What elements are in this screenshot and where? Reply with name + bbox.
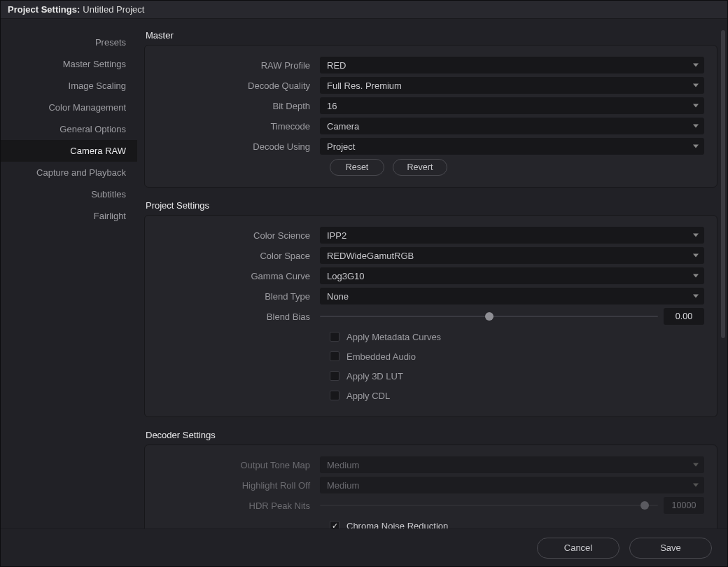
titlebar-title: Project Settings: xyxy=(8,4,80,15)
sidebar: PresetsMaster SettingsImage ScalingColor… xyxy=(1,19,137,528)
titlebar: Project Settings: Untitled Project xyxy=(1,1,727,19)
checkbox-metadata-curves[interactable] xyxy=(330,332,340,342)
sidebar-item-master-settings[interactable]: Master Settings xyxy=(1,53,137,75)
row-hdr-peak-nits: HDR Peak Nits 10000 xyxy=(158,496,704,515)
select-output-tone-map: Medium xyxy=(320,456,704,473)
sidebar-item-general-options[interactable]: General Options xyxy=(1,118,137,140)
select-highlight-roll-off: Medium xyxy=(320,477,704,493)
label-raw-profile: RAW Profile xyxy=(158,60,320,71)
chevron-down-icon xyxy=(693,145,699,148)
sidebar-item-label: Master Settings xyxy=(63,59,126,69)
checkbox-apply-3d-lut[interactable] xyxy=(330,371,340,381)
sidebar-item-label: Camera RAW xyxy=(70,146,126,156)
revert-button[interactable]: Revert xyxy=(393,159,447,176)
row-color-space: Color Space REDWideGamutRGB xyxy=(158,246,704,265)
label-hdr-peak-nits: HDR Peak Nits xyxy=(158,500,320,511)
sidebar-item-label: Capture and Playback xyxy=(36,167,126,178)
sidebar-item-presets[interactable]: Presets xyxy=(1,31,137,53)
sidebar-item-label: Presets xyxy=(95,37,126,48)
chevron-down-icon xyxy=(693,125,699,128)
label-apply-3d-lut: Apply 3D LUT xyxy=(346,371,403,382)
save-button[interactable]: Save xyxy=(629,538,712,559)
row-chroma-nr: Chroma Noise Reduction xyxy=(158,516,704,528)
slider-blend-bias[interactable] xyxy=(320,308,658,325)
select-raw-profile[interactable]: RED xyxy=(320,57,704,74)
chevron-down-icon xyxy=(693,234,699,237)
row-timecode: Timecode Camera xyxy=(158,116,704,136)
label-highlight-roll-off: Highlight Roll Off xyxy=(158,480,320,491)
select-blend-type[interactable]: None xyxy=(320,288,704,304)
chevron-down-icon xyxy=(693,84,699,88)
row-apply-3d-lut: Apply 3D LUT xyxy=(158,366,704,386)
footer: Cancel Save xyxy=(1,528,727,566)
label-bit-depth: Bit Depth xyxy=(158,101,320,111)
chevron-down-icon xyxy=(693,104,699,108)
select-decode-using[interactable]: Project xyxy=(320,138,704,155)
sidebar-item-label: General Options xyxy=(59,124,126,134)
row-bit-depth: Bit Depth 16 xyxy=(158,96,704,115)
label-chroma-nr: Chroma Noise Reduction xyxy=(346,521,448,529)
sidebar-item-fairlight[interactable]: Fairlight xyxy=(1,205,137,227)
reset-button[interactable]: Reset xyxy=(330,159,384,176)
row-metadata-curves: Apply Metadata Curves xyxy=(158,327,704,346)
select-gamma-curve[interactable]: Log3G10 xyxy=(320,267,704,284)
scrollbar[interactable] xyxy=(721,30,725,338)
sidebar-item-label: Image Scaling xyxy=(69,80,126,91)
row-embedded-audio: Embedded Audio xyxy=(158,346,704,366)
checkbox-apply-cdl[interactable] xyxy=(330,391,340,400)
panel-master: RAW Profile RED Decode Quality Full Res.… xyxy=(144,45,718,188)
label-blend-type: Blend Type xyxy=(158,291,320,302)
sidebar-item-camera-raw[interactable]: Camera RAW xyxy=(1,140,137,162)
label-output-tone-map: Output Tone Map xyxy=(158,460,320,470)
row-color-science: Color Science IPP2 xyxy=(158,225,704,245)
select-color-space[interactable]: REDWideGamutRGB xyxy=(320,247,704,264)
select-timecode[interactable]: Camera xyxy=(320,118,704,134)
content-area: Master RAW Profile RED Decode Quality Fu… xyxy=(137,19,727,528)
chevron-down-icon xyxy=(693,274,699,278)
row-blend-bias: Blend Bias 0.00 xyxy=(158,307,704,326)
chevron-down-icon xyxy=(693,463,699,467)
panel-decoder: Output Tone Map Medium Highlight Roll Of… xyxy=(144,444,718,528)
cancel-button[interactable]: Cancel xyxy=(537,538,620,559)
sidebar-item-color-management[interactable]: Color Management xyxy=(1,97,137,118)
label-blend-bias: Blend Bias xyxy=(158,312,320,322)
row-output-tone-map: Output Tone Map Medium xyxy=(158,455,704,475)
checkbox-chroma-nr[interactable] xyxy=(330,521,340,528)
sidebar-item-image-scaling[interactable]: Image Scaling xyxy=(1,75,137,97)
label-metadata-curves: Apply Metadata Curves xyxy=(346,332,441,342)
slider-thumb xyxy=(640,501,649,510)
sidebar-item-subtitles[interactable]: Subtitles xyxy=(1,183,137,205)
label-timecode: Timecode xyxy=(158,121,320,132)
sidebar-item-label: Fairlight xyxy=(94,211,126,221)
label-color-science: Color Science xyxy=(158,230,320,241)
label-color-space: Color Space xyxy=(158,251,320,261)
section-title-master: Master xyxy=(146,30,718,41)
row-highlight-roll-off: Highlight Roll Off Medium xyxy=(158,475,704,495)
row-apply-cdl: Apply CDL xyxy=(158,386,704,405)
value-hdr-peak-nits: 10000 xyxy=(664,497,704,514)
select-color-science[interactable]: IPP2 xyxy=(320,227,704,244)
checkbox-embedded-audio[interactable] xyxy=(330,351,340,361)
slider-hdr-peak-nits xyxy=(320,497,658,514)
select-bit-depth[interactable]: 16 xyxy=(320,97,704,114)
sidebar-item-capture-and-playback[interactable]: Capture and Playback xyxy=(1,162,137,183)
row-gamma-curve: Gamma Curve Log3G10 xyxy=(158,266,704,286)
chevron-down-icon xyxy=(693,295,699,298)
sidebar-item-label: Color Management xyxy=(48,102,126,113)
titlebar-project-name: Untitled Project xyxy=(83,4,144,15)
label-decode-quality: Decode Quality xyxy=(158,80,320,91)
slider-thumb[interactable] xyxy=(485,312,493,321)
panel-project: Color Science IPP2 Color Space REDWideGa… xyxy=(144,215,718,417)
select-decode-quality[interactable]: Full Res. Premium xyxy=(320,77,704,94)
label-apply-cdl: Apply CDL xyxy=(346,391,390,401)
label-embedded-audio: Embedded Audio xyxy=(346,351,416,362)
sidebar-item-label: Subtitles xyxy=(91,189,126,200)
row-decode-using: Decode Using Project xyxy=(158,136,704,156)
row-raw-profile: RAW Profile RED xyxy=(158,55,704,75)
section-title-decoder: Decoder Settings xyxy=(146,430,718,440)
row-decode-quality: Decode Quality Full Res. Premium xyxy=(158,76,704,95)
label-gamma-curve: Gamma Curve xyxy=(158,271,320,281)
value-blend-bias[interactable]: 0.00 xyxy=(664,308,704,325)
section-title-project: Project Settings xyxy=(146,200,718,211)
chevron-down-icon xyxy=(693,484,699,487)
